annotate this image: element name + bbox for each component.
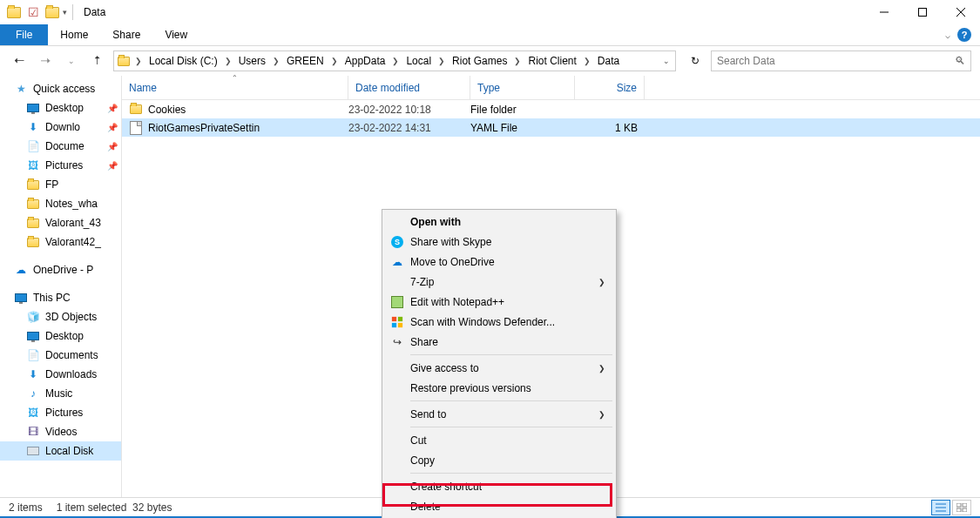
chevron-right-icon[interactable]: ❯ [580, 57, 594, 65]
breadcrumb-item[interactable]: Riot Client [524, 55, 579, 67]
this-pc-icon [14, 291, 28, 305]
breadcrumb-item[interactable]: Local Disk (C:) [145, 55, 221, 67]
chevron-right-icon[interactable]: ❯ [389, 57, 402, 65]
qa-current-folder-icon [44, 3, 61, 21]
ctx-copy[interactable]: Copy [384, 450, 614, 470]
sidebar-item-music[interactable]: ♪Music [0, 384, 121, 403]
ribbon: File Home Share View ⌵ ? [0, 24, 980, 46]
breadcrumb-item[interactable]: AppData [341, 55, 389, 67]
sidebar-item-documents-pc[interactable]: 📄Documents [0, 346, 121, 365]
share-icon: ↪ [389, 334, 405, 350]
ctx-send-to[interactable]: Send to❯ [384, 404, 614, 424]
chevron-right-icon[interactable]: ❯ [435, 57, 449, 65]
ctx-defender[interactable]: Scan with Windows Defender... [384, 312, 614, 332]
sidebar-item-pictures[interactable]: 🖼Pictures📌 [0, 156, 121, 175]
breadcrumb-item[interactable]: Users [235, 55, 269, 67]
chevron-right-icon: ❯ [598, 364, 605, 373]
ribbon-home-tab[interactable]: Home [48, 24, 100, 45]
view-thumbnails-button[interactable] [952, 500, 971, 515]
sidebar-onedrive[interactable]: ☁OneDrive - P [0, 260, 121, 279]
sidebar-this-pc[interactable]: This PC [0, 288, 121, 307]
sidebar-item-downloads[interactable]: ⬇Downlo📌 [0, 118, 121, 137]
ctx-create-shortcut[interactable]: Create shortcut [384, 476, 614, 496]
nav-recent-button[interactable]: ⌄ [61, 50, 82, 71]
search-input[interactable]: Search Data 🔍︎ [711, 50, 971, 71]
sidebar-item-fp[interactable]: FP [0, 175, 121, 194]
sidebar-item-documents[interactable]: 📄Docume📌 [0, 137, 121, 156]
ctx-notepadpp[interactable]: Edit with Notepad++ [384, 292, 614, 312]
ctx-restore-versions[interactable]: Restore previous versions [384, 378, 614, 398]
nav-back-button[interactable]: 🠐 [9, 50, 30, 71]
ctx-move-onedrive[interactable]: ☁Move to OneDrive [384, 252, 614, 272]
svg-rect-14 [963, 508, 967, 512]
sidebar-item-valorant42[interactable]: Valorant42_ [0, 232, 121, 252]
chevron-right-icon[interactable]: ❯ [510, 57, 524, 65]
onedrive-icon: ☁ [389, 254, 405, 270]
sidebar-item-notes[interactable]: Notes_wha [0, 194, 121, 213]
ctx-share-skype[interactable]: SShare with Skype [384, 232, 614, 252]
col-date[interactable]: Date modified [348, 76, 470, 99]
chevron-right-icon[interactable]: ❯ [221, 57, 235, 65]
ctx-delete[interactable]: Delete [384, 496, 614, 516]
sidebar-quick-access[interactable]: ★Quick access [0, 79, 121, 98]
sidebar-item-valorant43[interactable]: Valorant_43 [0, 213, 121, 232]
folder-icon [129, 103, 143, 117]
sidebar-item-local-disk[interactable]: Local Disk [0, 441, 121, 461]
minimize-button[interactable] [865, 0, 903, 24]
nav-forward-button[interactable]: 🠒 [35, 50, 56, 71]
sidebar-label: Pictures [45, 407, 83, 419]
ctx-open-with[interactable]: Open with [384, 212, 614, 232]
col-type[interactable]: Type [470, 76, 575, 99]
breadcrumb-item[interactable]: GREEN [283, 55, 328, 67]
ribbon-share-tab[interactable]: Share [100, 24, 152, 45]
ribbon-view-tab[interactable]: View [152, 24, 199, 45]
search-icon[interactable]: 🔍︎ [955, 55, 965, 67]
pictures-icon: 🖼 [26, 406, 40, 420]
sidebar-item-desktop-pc[interactable]: Desktop [0, 326, 121, 346]
sidebar-label: Docume [45, 140, 84, 152]
ctx-cut[interactable]: Cut [384, 430, 614, 450]
close-button[interactable] [942, 0, 980, 24]
col-size[interactable]: Size [575, 76, 645, 99]
chevron-right-icon[interactable]: ❯ [269, 57, 283, 65]
titlebar: ☑ ▾ Data [0, 0, 980, 24]
maximize-button[interactable] [903, 0, 942, 24]
onedrive-icon: ☁ [14, 263, 28, 277]
window-title: Data [78, 6, 105, 18]
svg-rect-1 [919, 9, 927, 17]
videos-icon: 🎞 [26, 425, 40, 439]
col-name[interactable]: Name⌃ [122, 76, 348, 99]
notepadpp-icon [389, 294, 405, 310]
column-headers: Name⌃ Date modified Type Size [122, 76, 980, 100]
table-row[interactable]: Cookies 23-02-2022 10:18 File folder [122, 100, 980, 118]
sidebar-item-downloads-pc[interactable]: ⬇Downloads [0, 365, 121, 384]
sidebar-label: OneDrive - P [33, 264, 93, 276]
breadcrumb-item[interactable]: Data [594, 55, 623, 67]
ctx-7zip[interactable]: 7-Zip❯ [384, 272, 614, 292]
help-icon[interactable]: ? [957, 28, 971, 42]
qa-save-icon[interactable]: ☑ [24, 3, 42, 21]
downloads-icon: ⬇ [26, 120, 40, 134]
ctx-share[interactable]: ↪Share [384, 332, 614, 352]
refresh-button[interactable]: ↻ [685, 50, 706, 71]
breadcrumb[interactable]: ❯ Local Disk (C:) ❯ Users ❯ GREEN ❯ AppD… [113, 50, 676, 71]
chevron-right-icon[interactable]: ❯ [328, 57, 341, 65]
sidebar-item-3d-objects[interactable]: 🧊3D Objects [0, 307, 121, 326]
chevron-right-icon[interactable]: ❯ [132, 57, 145, 65]
table-row[interactable]: RiotGamesPrivateSettin 23-02-2022 14:31 … [122, 118, 980, 137]
sidebar-item-pictures-pc[interactable]: 🖼Pictures [0, 403, 121, 422]
breadcrumb-item[interactable]: Local [402, 55, 435, 67]
view-details-button[interactable] [931, 500, 950, 515]
search-placeholder: Search Data [717, 55, 775, 67]
qa-folder-icon[interactable] [5, 3, 23, 21]
file-type: YAML File [470, 122, 575, 134]
pictures-icon: 🖼 [26, 158, 40, 172]
ribbon-file-tab[interactable]: File [0, 24, 48, 45]
sidebar-item-desktop[interactable]: Desktop📌 [0, 98, 121, 118]
nav-up-button[interactable]: 🠑 [87, 50, 108, 71]
breadcrumb-item[interactable]: Riot Games [449, 55, 510, 67]
ribbon-expand-icon[interactable]: ⌵ [945, 30, 950, 40]
music-icon: ♪ [26, 387, 40, 400]
ctx-give-access[interactable]: Give access to❯ [384, 358, 614, 378]
chevron-down-icon[interactable]: ⌄ [663, 57, 670, 65]
